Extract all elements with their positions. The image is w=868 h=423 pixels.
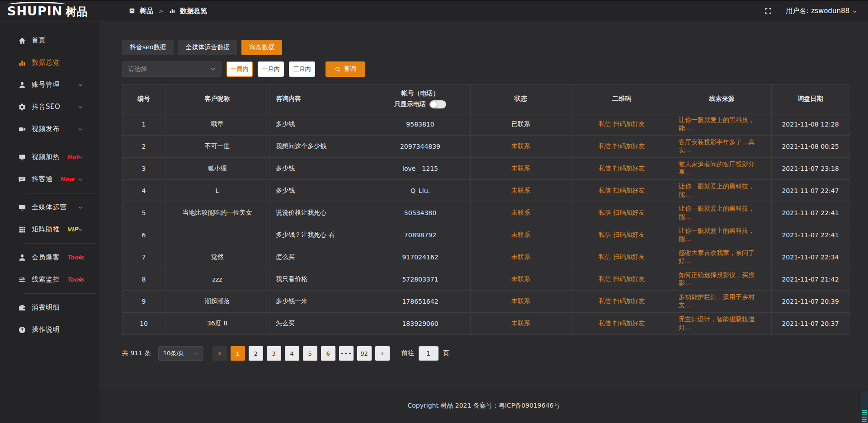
page-button-4[interactable]: 4 [285,346,299,361]
range-month-button[interactable]: 一月内 [258,61,284,77]
cell-date: 2021-11-07 20:37 [772,313,849,335]
phone-only-toggle[interactable] [429,100,446,108]
source-link[interactable]: 如何正确选择投影仪，买投影... [679,271,755,287]
page-button-5[interactable]: 5 [303,346,317,361]
status-badge: 未联系 [511,164,530,172]
qrcode-link[interactable]: 私信 扫码加好友 [599,187,645,194]
cell-content: 我只看价格 [269,268,370,291]
cell-source: 无主灯设计，智能磁吸轨道灯... [672,313,772,335]
cell-seq: 3 [123,158,165,180]
chat-icon [18,175,26,183]
tab-inquiry-data[interactable]: 询盘数据 [241,40,282,55]
cell-qrcode: 私信 扫码加好友 [571,136,672,158]
sidebar-item-operation-guide[interactable]: ?操作说明 [0,319,99,341]
sidebar-item-matrix-boost[interactable]: 矩阵助推VIP [0,218,99,240]
source-link[interactable]: 让你一眼就爱上的黑科技，能... [679,205,755,220]
tab-omnimedia-data[interactable]: 全媒体运营数据 [178,40,237,55]
qrcode-link[interactable]: 私信 扫码加好友 [599,164,645,172]
sidebar-item-account-management[interactable]: 账号管理 [0,74,99,96]
goto-page-input[interactable] [419,346,439,361]
status-badge: 未联系 [511,187,530,194]
filter-select[interactable]: 请选择 [122,61,222,77]
table-row: 2不可一世我想问这个多少钱2097344839未联系私信 扫码加好友客厅安装投影… [123,136,849,158]
sidebar-item-doukoutong[interactable]: 抖客通New [0,168,99,190]
cell-nickname: 哦章 [165,113,269,136]
sidebar-item-omnimedia-operation[interactable]: 全媒体运营 [0,196,99,218]
floating-widget[interactable] [861,391,868,423]
wallet-icon [18,304,26,312]
status-badge: 未联系 [511,253,530,260]
cell-nickname: 潮起潮落 [165,291,269,313]
chevron-down-icon [78,155,83,160]
qrcode-link[interactable]: 私信 扫码加好友 [599,142,645,150]
prev-page-button[interactable]: ‹ [212,346,227,361]
sidebar-item-member-baoke[interactable]: 会员爆客Tools [0,246,99,268]
range-week-button[interactable]: 一周内 [226,61,253,77]
source-link[interactable]: 无主灯设计，智能磁吸轨道灯... [679,315,755,331]
qrcode-link[interactable]: 私信 扫码加好友 [599,120,645,127]
qrcode-link[interactable]: 私信 扫码加好友 [599,253,645,260]
chevron-down-icon [210,66,216,72]
source-link[interactable]: 客厅安装投影半年多了，真实... [679,138,755,154]
fullscreen-icon[interactable] [764,7,772,15]
status-badge: 未联系 [511,275,530,282]
source-link[interactable]: 让你一眼就爱上的黑科技，能... [679,227,755,242]
tab-douyin-seo-data[interactable]: 抖音seo数据 [122,40,174,55]
source-link[interactable]: 感谢大家喜欢我家，被问了好... [679,249,755,264]
cell-source: 感谢大家喜欢我家，被问了好... [672,246,772,268]
sidebar-item-data-overview[interactable]: 数据总览 [0,52,99,74]
table-row: 6多少钱？让我死心 看70898792未联系私信 扫码加好友让你一眼就爱上的黑科… [123,224,849,246]
source-link[interactable]: 多功能护栏灯，适用于乡村文... [679,293,755,309]
sidebar-item-label: 首页 [32,36,46,45]
qrcode-link[interactable]: 私信 扫码加好友 [599,275,645,282]
status-badge: 未联系 [511,209,530,216]
sidebar-item-douyin-seo[interactable]: 抖音SEO [0,96,99,118]
page-button-3[interactable]: 3 [267,346,281,361]
cell-date: 2021-11-07 21:42 [772,268,849,291]
page-more-button[interactable]: ••• [339,346,354,361]
breadcrumb-root[interactable]: 树品 [140,7,153,15]
next-page-button[interactable]: › [375,346,390,361]
widget-stripes [862,410,867,422]
sidebar-item-badge: VIP [67,226,78,233]
source-link[interactable]: 让你一眼就爱上的黑科技，能... [679,116,755,132]
username-value: zswodun88 [811,7,849,15]
cell-status: 未联系 [471,224,571,246]
search-button[interactable]: 查询 [326,61,365,77]
source-link[interactable]: 被大家追着问的客厅投影分享... [679,160,755,176]
cell-qrcode: 私信 扫码加好友 [571,246,672,268]
cell-seq: 6 [123,224,165,246]
chevron-down-icon [78,205,83,210]
cell-content: 怎么买 [269,246,370,268]
sidebar-item-label: 操作说明 [32,325,60,334]
gear-icon [18,103,26,111]
page-button-92[interactable]: 92 [357,346,372,361]
chevron-down-icon [78,104,83,110]
cell-account: 572803371 [370,268,471,291]
qrcode-link[interactable]: 私信 扫码加好友 [599,209,645,216]
page-size-select[interactable]: 10条/页 [158,346,203,361]
source-link[interactable]: 让你一眼就爱上的黑科技，能... [679,183,755,198]
cell-nickname: 不可一世 [165,136,269,158]
cell-source: 让你一眼就爱上的黑科技，能... [672,180,772,202]
page-button-2[interactable]: 2 [249,346,263,361]
username-label: 用户名: [786,7,808,15]
page-button-1[interactable]: 1 [231,346,245,361]
range-quarter-button[interactable]: 三月内 [289,61,315,77]
cell-status: 未联系 [471,291,571,313]
cell-content: 多少钱 [269,158,370,180]
qrcode-link[interactable]: 私信 扫码加好友 [599,297,645,305]
sidebar-item-clue-monitor[interactable]: 线索监控Tools [0,268,99,291]
sidebar-item-video-publish[interactable]: 视频发布 [0,118,99,140]
cell-seq: 7 [123,246,165,268]
sidebar-item-consumption-detail[interactable]: 消费明细 [0,296,99,319]
page-button-6[interactable]: 6 [321,346,335,361]
chevron-down-icon [78,127,83,132]
sidebar-item-home[interactable]: 首页 [0,29,99,52]
user-menu[interactable]: 用户名: zswodun88 [786,7,857,15]
qrcode-link[interactable]: 私信 扫码加好友 [599,231,645,238]
sidebar-item-video-heating[interactable]: 视频加热Hot [0,146,99,168]
qrcode-link[interactable]: 私信 扫码加好友 [599,320,645,327]
col-source: 线索来源 [672,85,772,113]
sidebar-menu: 首页数据总览账号管理抖音SEO视频发布视频加热Hot抖客通New全媒体运营矩阵助… [0,29,99,341]
